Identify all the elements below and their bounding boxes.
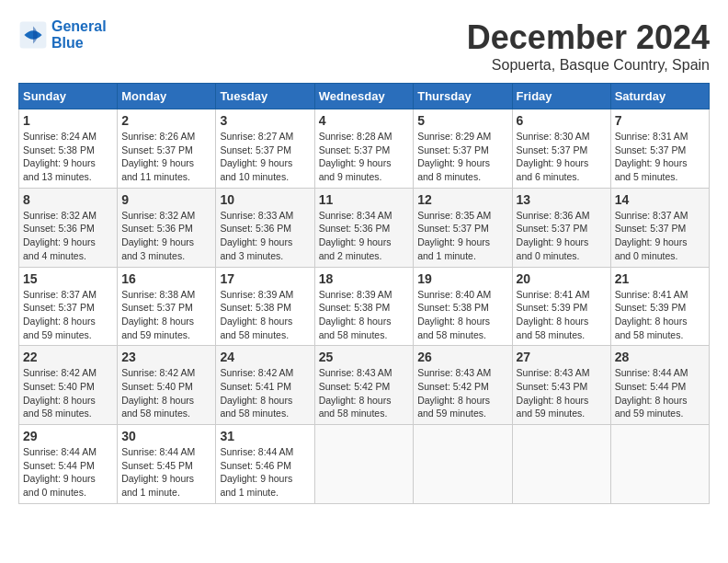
day-number: 27 [517,350,607,364]
cell-content: Sunrise: 8:43 AMSunset: 5:43 PMDaylight:… [517,366,607,420]
calendar-cell [610,425,709,504]
calendar-cell: 2Sunrise: 8:26 AMSunset: 5:37 PMDaylight… [118,109,216,189]
calendar-header-row: SundayMondayTuesdayWednesdayThursdayFrid… [19,84,710,109]
title-area: December 2024 Sopuerta, Basque Country, … [467,18,710,74]
cell-content: Sunrise: 8:37 AMSunset: 5:37 PMDaylight:… [23,288,113,342]
cell-content: Sunrise: 8:34 AMSunset: 5:36 PMDaylight:… [319,209,410,263]
col-header-saturday: Saturday [610,84,709,109]
day-number: 18 [319,271,410,286]
month-title: December 2024 [467,18,710,57]
calendar-cell: 30Sunrise: 8:44 AMSunset: 5:45 PMDayligh… [118,425,216,504]
calendar-cell: 6Sunrise: 8:30 AMSunset: 5:37 PMDaylight… [512,109,610,189]
calendar-week-row: 29Sunrise: 8:44 AMSunset: 5:44 PMDayligh… [19,425,710,504]
day-number: 4 [319,113,410,128]
cell-content: Sunrise: 8:39 AMSunset: 5:38 PMDaylight:… [220,288,310,342]
logo-icon [18,20,48,50]
cell-content: Sunrise: 8:27 AMSunset: 5:37 PMDaylight:… [220,130,310,184]
day-number: 28 [615,350,705,364]
day-number: 9 [121,192,211,207]
calendar-cell: 18Sunrise: 8:39 AMSunset: 5:38 PMDayligh… [314,267,414,346]
cell-content: Sunrise: 8:28 AMSunset: 5:37 PMDaylight:… [319,130,410,184]
day-number: 7 [615,113,705,128]
cell-content: Sunrise: 8:39 AMSunset: 5:38 PMDaylight:… [319,288,410,342]
calendar-cell: 21Sunrise: 8:41 AMSunset: 5:39 PMDayligh… [610,267,709,346]
calendar-cell: 28Sunrise: 8:44 AMSunset: 5:44 PMDayligh… [610,346,709,425]
day-number: 21 [615,271,705,286]
calendar-cell: 5Sunrise: 8:29 AMSunset: 5:37 PMDaylight… [414,109,512,189]
cell-content: Sunrise: 8:44 AMSunset: 5:44 PMDaylight:… [23,445,113,500]
calendar-week-row: 8Sunrise: 8:32 AMSunset: 5:36 PMDaylight… [19,188,710,267]
calendar-cell: 4Sunrise: 8:28 AMSunset: 5:37 PMDaylight… [314,109,414,189]
calendar-cell: 17Sunrise: 8:39 AMSunset: 5:38 PMDayligh… [216,267,314,346]
cell-content: Sunrise: 8:40 AMSunset: 5:38 PMDaylight:… [417,288,507,342]
day-number: 1 [23,113,113,128]
calendar-cell: 19Sunrise: 8:40 AMSunset: 5:38 PMDayligh… [414,267,512,346]
cell-content: Sunrise: 8:32 AMSunset: 5:36 PMDaylight:… [23,209,113,263]
cell-content: Sunrise: 8:35 AMSunset: 5:37 PMDaylight:… [417,209,507,263]
calendar-cell [512,425,610,504]
cell-content: Sunrise: 8:32 AMSunset: 5:36 PMDaylight:… [121,209,211,263]
cell-content: Sunrise: 8:29 AMSunset: 5:37 PMDaylight:… [417,130,507,184]
cell-content: Sunrise: 8:41 AMSunset: 5:39 PMDaylight:… [517,288,607,342]
calendar-cell: 3Sunrise: 8:27 AMSunset: 5:37 PMDaylight… [216,109,314,189]
calendar-cell: 25Sunrise: 8:43 AMSunset: 5:42 PMDayligh… [314,346,414,425]
cell-content: Sunrise: 8:42 AMSunset: 5:40 PMDaylight:… [23,366,113,420]
day-number: 30 [121,429,211,443]
cell-content: Sunrise: 8:44 AMSunset: 5:45 PMDaylight:… [121,445,211,500]
cell-content: Sunrise: 8:36 AMSunset: 5:37 PMDaylight:… [517,209,607,263]
calendar-cell: 29Sunrise: 8:44 AMSunset: 5:44 PMDayligh… [19,425,118,504]
calendar-cell: 15Sunrise: 8:37 AMSunset: 5:37 PMDayligh… [19,267,118,346]
calendar-cell [314,425,414,504]
day-number: 24 [220,350,310,364]
calendar-cell: 27Sunrise: 8:43 AMSunset: 5:43 PMDayligh… [512,346,610,425]
cell-content: Sunrise: 8:44 AMSunset: 5:46 PMDaylight:… [220,445,310,500]
day-number: 6 [517,113,607,128]
calendar-cell: 7Sunrise: 8:31 AMSunset: 5:37 PMDaylight… [610,109,709,189]
col-header-thursday: Thursday [414,84,512,109]
cell-content: Sunrise: 8:33 AMSunset: 5:36 PMDaylight:… [220,209,310,263]
day-number: 13 [517,192,607,207]
calendar-cell: 24Sunrise: 8:42 AMSunset: 5:41 PMDayligh… [216,346,314,425]
day-number: 25 [319,350,410,364]
calendar-cell: 13Sunrise: 8:36 AMSunset: 5:37 PMDayligh… [512,188,610,267]
day-number: 12 [417,192,507,207]
location-title: Sopuerta, Basque Country, Spain [467,57,710,74]
day-number: 16 [121,271,211,286]
calendar-cell [414,425,512,504]
day-number: 10 [220,192,310,207]
day-number: 20 [517,271,607,286]
page-header: General Blue December 2024 Sopuerta, Bas… [18,18,710,74]
calendar-cell: 11Sunrise: 8:34 AMSunset: 5:36 PMDayligh… [314,188,414,267]
calendar-cell: 10Sunrise: 8:33 AMSunset: 5:36 PMDayligh… [216,188,314,267]
calendar-cell: 12Sunrise: 8:35 AMSunset: 5:37 PMDayligh… [414,188,512,267]
day-number: 5 [417,113,507,128]
calendar-week-row: 1Sunrise: 8:24 AMSunset: 5:38 PMDaylight… [19,109,710,189]
calendar-cell: 20Sunrise: 8:41 AMSunset: 5:39 PMDayligh… [512,267,610,346]
cell-content: Sunrise: 8:30 AMSunset: 5:37 PMDaylight:… [517,130,607,184]
cell-content: Sunrise: 8:38 AMSunset: 5:37 PMDaylight:… [121,288,211,342]
cell-content: Sunrise: 8:43 AMSunset: 5:42 PMDaylight:… [319,366,410,420]
calendar-cell: 1Sunrise: 8:24 AMSunset: 5:38 PMDaylight… [19,109,118,189]
day-number: 23 [121,350,211,364]
cell-content: Sunrise: 8:24 AMSunset: 5:38 PMDaylight:… [23,130,113,184]
logo: General Blue [18,18,107,51]
day-number: 17 [220,271,310,286]
calendar-cell: 16Sunrise: 8:38 AMSunset: 5:37 PMDayligh… [118,267,216,346]
calendar-cell: 22Sunrise: 8:42 AMSunset: 5:40 PMDayligh… [19,346,118,425]
calendar-cell: 23Sunrise: 8:42 AMSunset: 5:40 PMDayligh… [118,346,216,425]
calendar-table: SundayMondayTuesdayWednesdayThursdayFrid… [18,83,710,504]
col-header-wednesday: Wednesday [314,84,414,109]
logo-text: General Blue [51,18,107,51]
day-number: 19 [417,271,507,286]
day-number: 15 [23,271,113,286]
calendar-week-row: 15Sunrise: 8:37 AMSunset: 5:37 PMDayligh… [19,267,710,346]
calendar-week-row: 22Sunrise: 8:42 AMSunset: 5:40 PMDayligh… [19,346,710,425]
cell-content: Sunrise: 8:43 AMSunset: 5:42 PMDaylight:… [417,366,507,420]
col-header-tuesday: Tuesday [216,84,314,109]
calendar-cell: 9Sunrise: 8:32 AMSunset: 5:36 PMDaylight… [118,188,216,267]
cell-content: Sunrise: 8:41 AMSunset: 5:39 PMDaylight:… [615,288,705,342]
cell-content: Sunrise: 8:37 AMSunset: 5:37 PMDaylight:… [615,209,705,263]
calendar-cell: 31Sunrise: 8:44 AMSunset: 5:46 PMDayligh… [216,425,314,504]
calendar-cell: 8Sunrise: 8:32 AMSunset: 5:36 PMDaylight… [19,188,118,267]
day-number: 2 [121,113,211,128]
